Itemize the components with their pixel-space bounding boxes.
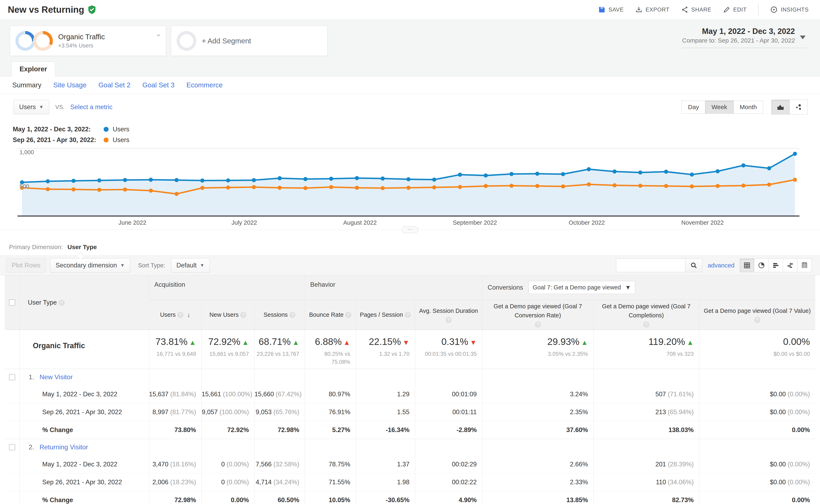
subtab-goal-set-3[interactable]: Goal Set 3 bbox=[142, 81, 174, 89]
arrow-up-icon: ▲ bbox=[343, 339, 350, 346]
row-checkbox[interactable] bbox=[9, 374, 15, 380]
view-comparison-button[interactable] bbox=[783, 259, 797, 272]
help-icon[interactable]: ? bbox=[446, 317, 452, 323]
help-icon[interactable]: ? bbox=[59, 300, 65, 306]
view-percentage-button[interactable] bbox=[754, 259, 769, 272]
column-header-label[interactable]: Pages / Session bbox=[360, 310, 403, 319]
column-header-label[interactable]: Get a Demo page viewed (Goal 7 Value) bbox=[704, 306, 811, 316]
column-header-label[interactable]: Sessions bbox=[263, 310, 288, 319]
timeseries-chart[interactable]: 1,000 500 bbox=[17, 148, 799, 216]
metric-value-cell: 0.00% bbox=[201, 491, 254, 504]
search-button[interactable] bbox=[685, 259, 702, 272]
gutter-cell bbox=[5, 421, 20, 439]
column-header-label[interactable]: New Users bbox=[209, 310, 239, 319]
search-icon bbox=[690, 262, 698, 269]
subtab-site-usage[interactable]: Site Usage bbox=[53, 81, 86, 89]
help-icon[interactable]: ? bbox=[289, 312, 295, 318]
summary-compare-values: 23,226 vs 13,767 bbox=[254, 350, 299, 358]
column-header-label[interactable]: Get a Demo page viewed (Goal 7 Completio… bbox=[597, 302, 696, 320]
export-button[interactable]: EXPORT bbox=[635, 6, 670, 13]
chart-drag-handle[interactable]: ⋯ bbox=[402, 227, 418, 233]
select-all-cell bbox=[5, 275, 20, 330]
select-a-metric-link[interactable]: Select a metric bbox=[70, 103, 112, 111]
chevron-down-icon: ▼ bbox=[120, 263, 125, 268]
summary-compare-values: 00:01:35 vs 00:01:35 bbox=[415, 350, 477, 358]
insights-icon bbox=[770, 6, 778, 14]
gutter-cell bbox=[5, 491, 20, 504]
add-segment-label: + Add Segment bbox=[202, 37, 251, 45]
verified-shield-icon bbox=[88, 5, 96, 15]
help-icon[interactable]: ? bbox=[177, 312, 183, 318]
help-icon[interactable]: ? bbox=[404, 312, 411, 318]
metric-share: (32.58%) bbox=[272, 461, 299, 468]
segment-card-organic-traffic[interactable]: Organic Traffic +3.54% Users ⌄ bbox=[10, 26, 166, 56]
export-label: EXPORT bbox=[646, 7, 670, 13]
user-type-header: User Type ? bbox=[20, 275, 149, 330]
date-range-selector[interactable]: May 1, 2022 - Dec 3, 2022 Compare to: Se… bbox=[682, 27, 807, 48]
metric-select-button[interactable]: Users ▼ bbox=[14, 100, 49, 114]
chart-footer: ⋯ bbox=[0, 230, 820, 239]
row-checkbox[interactable] bbox=[9, 444, 15, 450]
save-button[interactable]: SAVE bbox=[598, 6, 624, 13]
goal-selector-value: Goal 7: Get a Demo page viewed bbox=[533, 284, 621, 291]
secondary-dimension-button[interactable]: Secondary dimension ▼ bbox=[50, 258, 130, 273]
subtab-ecommerce[interactable]: Ecommerce bbox=[186, 81, 223, 89]
section-link-returning-visitor[interactable]: Returning Visitor bbox=[39, 443, 88, 451]
column-header-label[interactable]: Users bbox=[160, 310, 176, 319]
metric-share: (81.84%) bbox=[168, 391, 196, 398]
help-icon[interactable]: ? bbox=[754, 317, 760, 323]
add-segment-card[interactable]: + Add Segment bbox=[171, 26, 327, 56]
section-link-new-visitor[interactable]: New Visitor bbox=[39, 373, 73, 381]
view-pivot-button[interactable] bbox=[797, 259, 812, 272]
granularity-day[interactable]: Day bbox=[682, 101, 705, 114]
metric-bar: Users ▼ VS. Select a metric Day Week Mon… bbox=[0, 94, 820, 120]
share-button[interactable]: SHARE bbox=[681, 6, 711, 13]
x-axis-month-label: June 2022 bbox=[118, 219, 146, 226]
table-search-input[interactable] bbox=[616, 259, 685, 272]
motion-chart-toggle[interactable] bbox=[790, 100, 808, 114]
change-label-cell: % Change bbox=[20, 491, 149, 504]
subtab-goal-set-2[interactable]: Goal Set 2 bbox=[98, 81, 131, 89]
primary-dimension-row: Primary Dimension: User Type bbox=[0, 239, 820, 255]
table-toolbar: Plot Rows Secondary dimension ▼ Sort Typ… bbox=[0, 255, 820, 275]
section-empty-cell bbox=[356, 369, 415, 385]
column-header-label[interactable]: Bounce Rate bbox=[309, 310, 343, 319]
granularity-week[interactable]: Week bbox=[705, 101, 733, 114]
select-all-checkbox[interactable] bbox=[9, 299, 15, 306]
help-icon[interactable]: ? bbox=[643, 321, 649, 328]
plot-rows-button[interactable]: Plot Rows bbox=[6, 258, 46, 273]
help-icon[interactable]: ? bbox=[535, 321, 541, 328]
metric-value: 0 bbox=[221, 461, 225, 468]
sort-type-button[interactable]: Default ▼ bbox=[171, 258, 210, 273]
granularity-month[interactable]: Month bbox=[734, 101, 763, 114]
legend-series-current[interactable]: Users bbox=[113, 126, 129, 133]
chevron-down-icon[interactable]: ⌄ bbox=[156, 30, 162, 38]
view-table-button[interactable] bbox=[740, 259, 754, 272]
insights-button[interactable]: INSIGHTS bbox=[770, 6, 809, 14]
legend-dot-orange bbox=[104, 138, 109, 142]
column-header-label[interactable]: Get a Demo page viewed (Goal 7 Conversio… bbox=[486, 302, 590, 320]
subtab-summary[interactable]: Summary bbox=[12, 81, 41, 89]
column-header-label[interactable]: Avg. Session Duration bbox=[419, 306, 478, 316]
tab-explorer[interactable]: Explorer bbox=[12, 62, 55, 76]
metric-value-cell: 72.98% bbox=[149, 491, 201, 504]
summary-label-cell: Organic Traffic bbox=[20, 330, 149, 369]
sort-type-label: Sort Type: bbox=[138, 262, 165, 269]
goal-selector-button[interactable]: Goal 7: Get a Demo page viewed ▼ bbox=[529, 281, 635, 294]
arrow-up-icon: ▲ bbox=[242, 339, 249, 346]
metric-value-cell: 00:01:11 bbox=[415, 403, 482, 421]
advanced-search-link[interactable]: advanced bbox=[708, 262, 734, 269]
primary-dimension-user-type[interactable]: User Type bbox=[67, 244, 97, 250]
metric-value: 507 bbox=[655, 391, 666, 398]
view-performance-button[interactable] bbox=[769, 259, 783, 272]
legend-series-previous[interactable]: Users bbox=[113, 136, 129, 144]
sort-descending-icon[interactable]: ↓ bbox=[187, 310, 190, 319]
help-icon[interactable]: ? bbox=[345, 312, 351, 318]
summary-row: Organic Traffic73.81%▲16,771 vs 9,64972.… bbox=[5, 330, 815, 369]
chart-type-toggle bbox=[771, 100, 808, 114]
table-row-section: 2.Returning Visitor bbox=[5, 439, 815, 455]
edit-button[interactable]: EDIT bbox=[723, 6, 747, 13]
line-chart-toggle[interactable] bbox=[771, 100, 790, 114]
help-icon[interactable]: ? bbox=[240, 312, 246, 318]
metric-value-cell: 3,470 (18.16%) bbox=[149, 455, 201, 473]
